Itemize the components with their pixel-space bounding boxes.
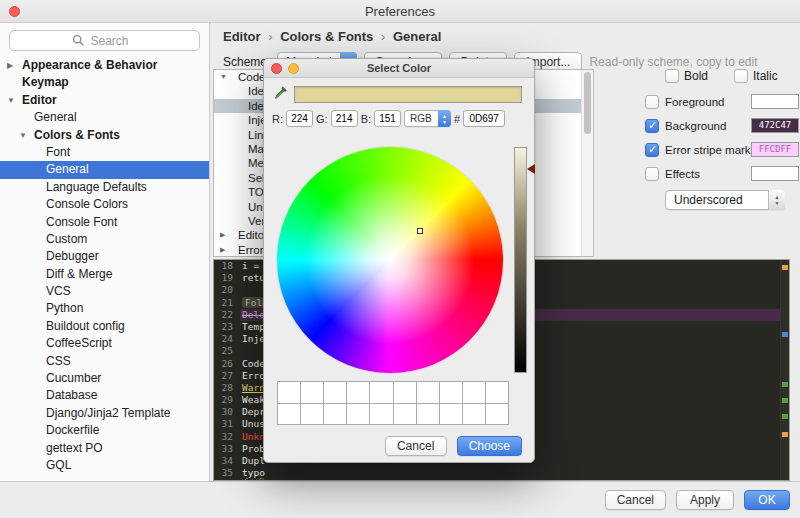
attribute-checkbox[interactable] (645, 143, 659, 157)
sidebar-item[interactable]: Language Defaults (0, 179, 209, 196)
sidebar-item-label: Console Colors (46, 197, 128, 211)
color-mode-select[interactable]: RGB (404, 110, 451, 127)
color-swatch[interactable] (751, 166, 799, 181)
swatch-cell[interactable] (417, 382, 440, 404)
sidebar-item[interactable]: CoffeeScript (0, 335, 209, 352)
disclosure-triangle-icon[interactable]: ▶ (220, 228, 225, 242)
swatch-cell[interactable] (347, 382, 370, 404)
line-number: 29 (214, 394, 240, 406)
italic-checkbox[interactable] (734, 69, 748, 83)
effects-style-select[interactable]: Underscored (665, 190, 785, 210)
stripe-mark (782, 432, 788, 437)
italic-checkbox-row[interactable]: Italic (734, 69, 778, 83)
sidebar-item[interactable]: Buildout config (0, 318, 209, 335)
g-input[interactable] (331, 110, 358, 127)
breadcrumb-separator: › (377, 29, 389, 44)
sidebar-item-label: Language Defaults (46, 180, 147, 194)
sidebar-item[interactable]: GQL (0, 457, 209, 474)
attribute-checkbox[interactable] (645, 95, 659, 109)
attribute-checkbox[interactable] (645, 167, 659, 181)
swatch-cell[interactable] (463, 382, 486, 404)
swatch-cell[interactable] (486, 382, 509, 404)
hex-label: # (454, 113, 460, 125)
bold-checkbox[interactable] (665, 69, 679, 83)
attribute-label: Background (659, 120, 751, 132)
ok-button[interactable]: OK (744, 490, 790, 510)
eyedropper-icon[interactable] (272, 85, 288, 101)
breadcrumb-editor[interactable]: Editor (223, 29, 261, 44)
sidebar-item[interactable]: Console Colors (0, 196, 209, 213)
disclosure-triangle-icon[interactable]: ▶ (220, 243, 225, 257)
color-swatch[interactable]: FFCDFF (751, 142, 799, 157)
sidebar-item[interactable]: Dockerfile (0, 422, 209, 439)
sidebar-item[interactable]: gettext PO (0, 440, 209, 457)
disclosure-triangle-icon[interactable]: ▼ (19, 127, 29, 144)
select-color-dialog: Select Color R: G: B: RGB # Canc (263, 58, 535, 463)
swatch-cell[interactable] (278, 382, 301, 404)
swatch-cell[interactable] (301, 404, 324, 426)
swatch-cell[interactable] (301, 382, 324, 404)
disclosure-triangle-icon[interactable]: ▶ (7, 57, 17, 74)
swatch-cell[interactable] (278, 404, 301, 426)
swatch-cell[interactable] (394, 404, 417, 426)
sidebar-item[interactable]: ▶ Appearance & Behavior (0, 57, 209, 74)
swatch-cell[interactable] (463, 404, 486, 426)
sidebar-item[interactable]: CSS (0, 353, 209, 370)
sidebar-item[interactable]: Database (0, 387, 209, 404)
breadcrumb-colors-fonts[interactable]: Colors & Fonts (280, 29, 373, 44)
color-wheel-cursor[interactable] (417, 228, 423, 234)
sidebar-item[interactable]: General (0, 109, 209, 126)
swatch-cell[interactable] (417, 404, 440, 426)
brightness-slider-handle[interactable] (527, 164, 535, 174)
bold-checkbox-row[interactable]: Bold (665, 69, 708, 83)
dialog-close-button[interactable] (271, 63, 282, 74)
hex-input[interactable] (463, 110, 505, 127)
breadcrumb-general[interactable]: General (393, 29, 441, 44)
apply-button[interactable]: Apply (676, 490, 734, 510)
swatch-cell[interactable] (370, 382, 393, 404)
cancel-button[interactable]: Cancel (605, 490, 666, 510)
scrollbar-thumb[interactable] (584, 72, 591, 134)
swatch-cell[interactable] (394, 382, 417, 404)
search-input[interactable] (9, 30, 200, 51)
dialog-cancel-button[interactable]: Cancel (385, 436, 447, 456)
r-input[interactable] (286, 110, 313, 127)
sidebar-item-label: Console Font (46, 215, 117, 229)
sidebar-item[interactable]: ▼ Editor (0, 92, 209, 109)
sidebar-item[interactable]: Django/Jinja2 Template (0, 405, 209, 422)
sidebar-item[interactable]: Debugger (0, 248, 209, 265)
disclosure-triangle-icon[interactable]: ▼ (7, 92, 17, 109)
sidebar-item[interactable]: Custom (0, 231, 209, 248)
b-input[interactable] (374, 110, 401, 127)
sidebar-item[interactable]: ▼ Colors & Fonts (0, 127, 209, 144)
sidebar-item[interactable]: General (0, 161, 209, 178)
footer-bar: Cancel Apply OK (0, 481, 800, 518)
swatch-cell[interactable] (440, 382, 463, 404)
dialog-choose-button[interactable]: Choose (457, 436, 522, 456)
sidebar-item[interactable]: Keymap (0, 74, 209, 91)
swatch-cell[interactable] (324, 404, 347, 426)
swatch-cell[interactable] (347, 404, 370, 426)
preferences-window: Preferences ▶ Appearance & Behavior Keym… (0, 0, 800, 518)
color-wheel[interactable] (277, 147, 503, 373)
swatch-cell[interactable] (486, 404, 509, 426)
sidebar-item[interactable]: Python (0, 300, 209, 317)
sidebar-item[interactable]: Font (0, 144, 209, 161)
options-tree-scrollbar[interactable] (581, 70, 593, 256)
sidebar-item-label: Database (46, 388, 97, 402)
color-swatch[interactable] (751, 94, 799, 109)
swatch-cell[interactable] (324, 382, 347, 404)
font-style-row: Bold Italic (645, 69, 799, 83)
attribute-checkbox[interactable] (645, 119, 659, 133)
breadcrumb: Editor › Colors & Fonts › General (211, 23, 800, 44)
sidebar-item[interactable]: Diff & Merge (0, 266, 209, 283)
brightness-slider[interactable] (514, 147, 527, 373)
swatch-cell[interactable] (370, 404, 393, 426)
color-swatch[interactable]: 472C47 (751, 118, 799, 133)
disclosure-triangle-icon[interactable]: ▼ (220, 70, 227, 84)
dialog-minimize-button[interactable] (288, 63, 299, 74)
sidebar-item[interactable]: Console Font (0, 214, 209, 231)
swatch-cell[interactable] (440, 404, 463, 426)
sidebar-item[interactable]: VCS (0, 283, 209, 300)
sidebar-item[interactable]: Cucumber (0, 370, 209, 387)
